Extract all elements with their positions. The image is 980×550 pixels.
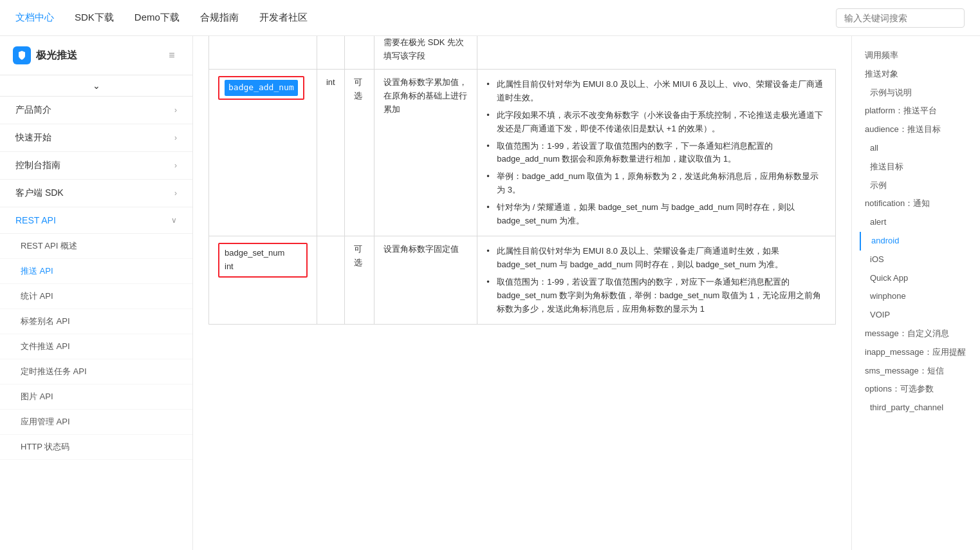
brand-icon — [13, 46, 31, 64]
table-cell-type-badge-set — [317, 236, 344, 325]
toc-item-7[interactable]: 示例 — [860, 176, 972, 195]
sidebar: 极光推送 ≡ ⌄ 产品简介 › 快速开始 › 控制台指南 › 客户端 SDK ›… — [0, 36, 193, 356]
table-row-badge-set-num: badge_set_num int 可选 设置角标数字固定值 此属性目前仅针对华… — [209, 236, 836, 325]
sidebar-item-stats-api[interactable]: 统计 API — [0, 284, 192, 309]
chevron-down-icon: ⌄ — [93, 81, 100, 91]
toc-item-0[interactable]: 调用频率 — [860, 46, 972, 65]
field-type-badge-set: int — [225, 261, 234, 271]
sidebar-item-push-api[interactable]: 推送 API — [0, 259, 192, 284]
desc-list-badge-set: 此属性目前仅针对华为 EMUI 8.0 及以上、荣耀设备走厂商通道时生效，如果 … — [486, 243, 826, 318]
sidebar-item-console[interactable]: 控制台指南 › — [0, 152, 192, 180]
toc-item-16[interactable]: inapp_message：应用提醒 — [860, 343, 972, 356]
list-item: 针对华为 / 荣耀通道，如果 badge_set_num 与 badge_add… — [486, 199, 826, 230]
sidebar-brand: 极光推送 ≡ — [0, 36, 192, 75]
toc-item-9[interactable]: alert — [860, 213, 972, 232]
sidebar-item-rest-api[interactable]: REST API ∨ — [0, 207, 192, 234]
sidebar-item-client-sdk[interactable]: 客户端 SDK › — [0, 180, 192, 207]
chevron-down-icon: ∨ — [171, 216, 177, 225]
sidebar-toggle[interactable]: ⌄ — [0, 75, 192, 97]
toc-item-15[interactable]: message：自定义消息 — [860, 325, 972, 343]
toc-item-14[interactable]: VOIP — [860, 306, 972, 325]
field-highlight-box: badge_add_num — [218, 76, 304, 100]
desc-list-badge-add: 此属性目前仅针对华为 EMUI 8.0 及以上、小米 MIUI 6 及以上、vi… — [486, 76, 826, 229]
chevron-right-icon: › — [174, 161, 177, 170]
sidebar-item-quickstart[interactable]: 快速开始 › — [0, 124, 192, 152]
table-cell-shortdesc-badge-set: 设置角标数字固定值 — [374, 236, 477, 325]
toc-item-2[interactable]: 示例与说明 — [860, 84, 972, 102]
sidebar-collapse-button[interactable]: ≡ — [164, 48, 180, 63]
table-cell-required-badge-set: 可选 — [344, 236, 374, 325]
chevron-right-icon: › — [174, 133, 177, 142]
sidebar-item-file-api[interactable]: 文件推送 API — [0, 334, 192, 356]
toc-item-10[interactable]: android — [860, 232, 972, 251]
list-item: 取值范围为：1-99，若设置了取值范围内的数字，下一条通知栏消息配置的 badg… — [486, 138, 826, 169]
nav-items: 文档中心 SDK下载 Demo下载 合规指南 开发者社区 — [15, 9, 836, 26]
field-highlight-box-set: badge_set_num int — [218, 243, 308, 278]
nav-item-demo[interactable]: Demo下载 — [134, 9, 180, 26]
sidebar-item-tags-api[interactable]: 标签别名 API — [0, 309, 192, 334]
brand-name: 极光推送 — [36, 49, 77, 62]
toc-item-4[interactable]: audience：推送目标 — [860, 120, 972, 139]
toc-item-1[interactable]: 推送对象 — [860, 65, 972, 84]
field-name-badge-set: badge_set_num — [225, 248, 284, 258]
nav-item-community[interactable]: 开发者社区 — [259, 9, 308, 26]
toc-item-11[interactable]: iOS — [860, 251, 972, 269]
toc-item-13[interactable]: winphone — [860, 287, 972, 306]
list-item: 此属性目前仅针对华为 EMUI 8.0 及以上、荣耀设备走厂商通道时生效，如果 … — [486, 243, 826, 274]
list-item: 此属性目前仅针对华为 EMUI 8.0 及以上、小米 MIUI 6 及以上、vi… — [486, 76, 826, 107]
toc-item-6[interactable]: 推送目标 — [860, 158, 972, 176]
table-cell-desc-badge-add: 此属性目前仅针对华为 EMUI 8.0 及以上、小米 MIUI 6 及以上、vi… — [477, 70, 836, 236]
table-cell-field-badge-add: badge_add_num — [209, 70, 317, 236]
search-input[interactable] — [836, 8, 965, 28]
nav-item-docs[interactable]: 文档中心 — [15, 9, 54, 26]
table-cell-shortdesc-badge-add: 设置角标数字累加值，在原角标的基础上进行累加 — [374, 70, 477, 236]
table-cell-desc-badge-set: 此属性目前仅针对华为 EMUI 8.0 及以上、荣耀设备走厂商通道时生效，如果 … — [477, 236, 836, 325]
nav-item-compliance[interactable]: 合规指南 — [200, 9, 239, 26]
list-item: 取值范围为：1-99，若设置了取值范围内的数字，对应下一条通知栏消息配置的 ba… — [486, 274, 826, 318]
table-row-badge-add-num: badge_add_num int 可选 设置角标数字累加值，在原角标的基础上进… — [209, 70, 836, 236]
toc-item-8[interactable]: notification：通知 — [860, 194, 972, 213]
nav-item-sdk[interactable]: SDK下载 — [75, 9, 114, 26]
table-cell-type-badge-add: int — [317, 70, 344, 236]
table-cell-field-badge-set: badge_set_num int — [209, 236, 317, 325]
right-toc: 调用频率 推送对象 示例与说明 platform：推送平台 audience：推… — [851, 36, 980, 356]
api-table: intent 字段即可，但右需要在极光 SDK 先次填写该字段 badge_ad… — [208, 15, 836, 325]
top-navigation: 文档中心 SDK下载 Demo下载 合规指南 开发者社区 — [0, 0, 980, 36]
sidebar-item-product[interactable]: 产品简介 › — [0, 97, 192, 124]
toc-item-12[interactable]: Quick App — [860, 269, 972, 288]
chevron-right-icon: › — [174, 106, 177, 115]
main-content: intent 字段即可，但右需要在极光 SDK 先次填写该字段 badge_ad… — [193, 0, 851, 356]
list-item: 举例：badge_add_num 取值为 1，原角标数为 2，发送此角标消息后，… — [486, 168, 826, 199]
field-name-badge-add: badge_add_num — [225, 80, 298, 96]
list-item: 此字段如果不填，表示不改变角标数字（小米设备由于系统控制，不论推送走极光通道下发… — [486, 107, 826, 138]
sidebar-item-rest-overview[interactable]: REST API 概述 — [0, 234, 192, 259]
toc-item-5[interactable]: all — [860, 139, 972, 158]
chevron-right-icon: › — [174, 189, 177, 198]
toc-item-3[interactable]: platform：推送平台 — [860, 102, 972, 120]
table-cell-required-badge-add: 可选 — [344, 70, 374, 236]
